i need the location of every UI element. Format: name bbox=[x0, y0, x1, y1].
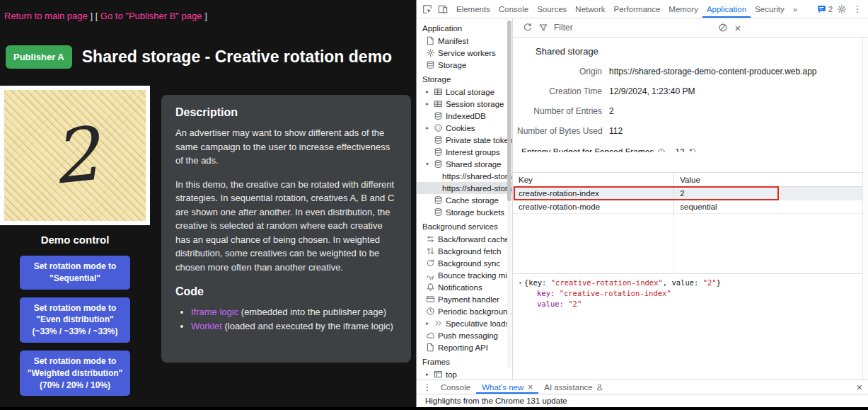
sidebar-item-background-sync[interactable]: Background sync bbox=[417, 257, 512, 269]
sidebar-item-storage[interactable]: Storage bbox=[417, 59, 512, 71]
publisher-b-link[interactable]: Go to "Publisher B" page bbox=[100, 11, 202, 21]
sidebar-item-background-fetch[interactable]: Background fetch bbox=[417, 245, 512, 257]
issues-badge[interactable]: 2 bbox=[817, 4, 833, 13]
tab-security[interactable]: Security bbox=[751, 0, 789, 18]
panel-scrollbar[interactable] bbox=[862, 38, 868, 380]
tab-sources[interactable]: Sources bbox=[533, 0, 571, 18]
table-row-creative-rotation-mode[interactable]: creative-rotation-mode sequential bbox=[513, 200, 862, 214]
table-icon bbox=[434, 99, 443, 108]
sidebar-item-shared-storage[interactable]: ▾ Shared storage bbox=[417, 158, 512, 170]
preview-summary[interactable]: ▾{key: "creative-rotation-index", value:… bbox=[519, 278, 868, 288]
drawer-tab-whats-new[interactable]: What's new × bbox=[476, 380, 538, 394]
worklet-link[interactable]: Worklet bbox=[191, 321, 222, 331]
ad-creative-image: 2 bbox=[4, 90, 146, 221]
meta-entries-label: Number of Entries bbox=[517, 106, 602, 116]
filter-funnel-icon bbox=[536, 20, 551, 35]
cell-key: creative-rotation-index bbox=[513, 187, 673, 200]
tab-memory[interactable]: Memory bbox=[664, 0, 702, 18]
cell-value: sequential bbox=[673, 200, 862, 213]
close-drawer-icon[interactable]: × bbox=[851, 382, 868, 393]
sidebar-item-shared-storage-origin-2[interactable]: https://shared-storage… bbox=[417, 182, 512, 194]
caret-right-icon[interactable]: ▸ bbox=[426, 89, 434, 95]
rotation-weighted-distribution-button[interactable]: Set rotation mode to "Weighted distribut… bbox=[20, 351, 130, 396]
caret-right-icon[interactable]: ▸ bbox=[426, 320, 434, 326]
caret-right-icon[interactable]: ▸ bbox=[426, 371, 434, 377]
sidebar-item-local-storage[interactable]: ▸ Local storage bbox=[417, 86, 512, 98]
sidebar-item-frame-top[interactable]: ▸ top bbox=[417, 368, 512, 380]
sidebar-item-private-state-tokens[interactable]: Private state tokens bbox=[417, 134, 512, 146]
sidebar-item-periodic-background-sync[interactable]: Periodic backgroun… bbox=[417, 305, 512, 317]
sidebar-item-storage-buckets[interactable]: Storage buckets bbox=[417, 206, 512, 218]
sidebar-item-session-storage[interactable]: ▸ Session storage bbox=[417, 98, 512, 110]
document-icon bbox=[426, 343, 435, 352]
sidebar-item-speculative-loads[interactable]: ▸ Speculative loads bbox=[417, 317, 512, 329]
top-nav-links: Return to main page ] [ Go to "Publisher… bbox=[4, 11, 207, 21]
delete-selected-icon[interactable]: × bbox=[731, 22, 745, 34]
drawer-tab-console[interactable]: Console bbox=[435, 380, 476, 394]
demo-control-section: Demo control Set rotation mode to "Seque… bbox=[0, 234, 150, 396]
sidebar-item-indexeddb[interactable]: IndexedDB bbox=[417, 110, 512, 122]
sidebar-item-bounce-tracking-mitigations[interactable]: Bounce tracking miti… bbox=[417, 269, 512, 281]
sidebar-item-shared-storage-origin-1[interactable]: https://shared-storage… bbox=[417, 170, 512, 182]
sidebar-item-cookies[interactable]: ▸ Cookies bbox=[417, 122, 512, 134]
sidebar-item-cache-storage[interactable]: Cache storage bbox=[417, 194, 512, 206]
return-main-link[interactable]: Return to main page bbox=[4, 11, 88, 21]
scrollbar-thumb[interactable] bbox=[507, 21, 511, 201]
more-tabs-icon[interactable]: » bbox=[789, 0, 802, 18]
filter-input[interactable] bbox=[554, 23, 688, 33]
sidebar-item-interest-groups[interactable]: Interest groups bbox=[417, 146, 512, 158]
description-paragraph-2: In this demo, the creative can be rotate… bbox=[175, 178, 397, 275]
shared-storage-panel: × Shared storage Origin https://shared-s… bbox=[513, 18, 868, 380]
entropy-budget-label: Entropy Budget for Fenced Frames bbox=[521, 147, 654, 152]
tab-network[interactable]: Network bbox=[571, 0, 609, 18]
status-text: Highlights from the Chrome 131 update bbox=[425, 397, 567, 405]
drawer-tab-ai-assistance[interactable]: AI assistance bbox=[538, 380, 608, 394]
column-header-value[interactable]: Value bbox=[673, 173, 862, 186]
sidebar-item-back-forward-cache[interactable]: Back/forward cache bbox=[417, 233, 512, 245]
tab-elements[interactable]: Elements bbox=[452, 0, 494, 18]
tab-performance[interactable]: Performance bbox=[610, 0, 665, 18]
topbar-right-controls: 2 ⋮ bbox=[817, 1, 868, 17]
publisher-badge: Publisher A bbox=[6, 45, 72, 69]
more-options-icon[interactable]: ⋮ bbox=[850, 1, 865, 17]
drawer-menu-icon[interactable]: ⋮ bbox=[419, 380, 435, 395]
frame-icon bbox=[434, 370, 443, 379]
table-row-creative-rotation-index[interactable]: creative-rotation-index 2 bbox=[513, 187, 862, 200]
sidebar-item-payment-handler[interactable]: Payment handler bbox=[417, 293, 512, 305]
refresh-icon[interactable] bbox=[520, 20, 536, 35]
list-item: Worklet (loaded and executed by the ifra… bbox=[191, 319, 397, 334]
reset-budget-icon[interactable] bbox=[688, 148, 697, 152]
sidebar-item-push-messaging[interactable]: Push messaging bbox=[417, 329, 512, 341]
caret-right-icon[interactable]: ▸ bbox=[426, 101, 434, 107]
settings-gear-icon[interactable] bbox=[834, 1, 850, 17]
preview-property-value: value: "2" bbox=[519, 299, 868, 309]
inspect-element-icon[interactable] bbox=[419, 1, 435, 17]
database-icon bbox=[434, 159, 443, 169]
rotation-sequential-button[interactable]: Set rotation mode to "Sequential" bbox=[20, 256, 130, 290]
publisher-page: Return to main page ] [ Go to "Publisher… bbox=[0, 0, 416, 407]
expanded-caret-icon[interactable]: ▾ bbox=[519, 278, 522, 288]
sidebar-item-reporting-api[interactable]: Reporting API bbox=[417, 341, 512, 353]
sidebar-item-service-workers[interactable]: Service workers bbox=[417, 47, 512, 59]
close-tab-icon[interactable]: × bbox=[528, 382, 533, 392]
table-header-row: Key Value bbox=[513, 173, 862, 187]
rotation-even-distribution-button[interactable]: Set rotation mode to "Even distribution"… bbox=[20, 297, 130, 343]
tab-application[interactable]: Application bbox=[702, 0, 751, 18]
tab-console[interactable]: Console bbox=[494, 0, 533, 18]
iframe-logic-link[interactable]: Iframe logic bbox=[191, 307, 238, 317]
sidebar-item-notifications[interactable]: Notifications bbox=[417, 281, 512, 293]
sidebar-scrollbar[interactable] bbox=[507, 21, 511, 368]
clear-all-icon[interactable] bbox=[715, 20, 731, 35]
caret-down-icon[interactable]: ▾ bbox=[426, 161, 434, 167]
device-toolbar-icon[interactable] bbox=[435, 1, 451, 17]
devtools-drawer-bar: ⋮ Console What's new × AI assistance × bbox=[417, 380, 868, 394]
devtools-topbar: Elements Console Sources Network Perform… bbox=[417, 0, 868, 18]
description-heading: Description bbox=[175, 106, 397, 119]
sidebar-item-manifest[interactable]: Manifest bbox=[417, 35, 512, 47]
sidebar-section-application: Application bbox=[417, 20, 512, 35]
column-header-key[interactable]: Key bbox=[513, 173, 673, 186]
devtools-tab-strip: Elements Console Sources Network Perform… bbox=[452, 0, 817, 18]
info-icon[interactable] bbox=[657, 148, 666, 152]
caret-right-icon[interactable]: ▸ bbox=[426, 125, 434, 131]
database-icon bbox=[434, 111, 443, 120]
